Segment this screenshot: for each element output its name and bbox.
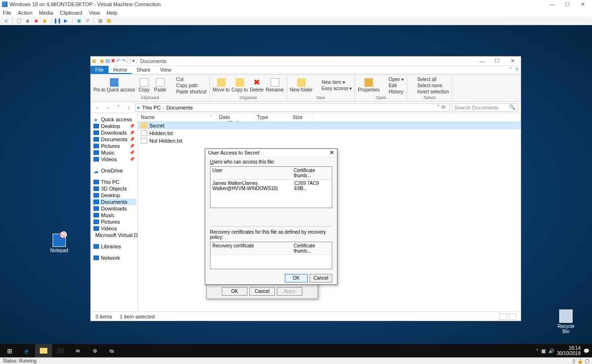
start-button[interactable]: ⊞ — [1, 344, 18, 357]
search-input[interactable]: Search Documents 🔍 — [452, 103, 518, 112]
newitem-button[interactable]: New item ▾ — [314, 79, 352, 85]
nav-downloads2[interactable]: Downloads — [91, 205, 137, 212]
delete-button[interactable]: ✖Delete — [250, 78, 264, 92]
pin-quickaccess-button[interactable]: Pin to Quick access — [93, 78, 135, 92]
copy-button[interactable]: Copy — [137, 78, 151, 92]
nav-music[interactable]: Music📌 — [91, 149, 137, 156]
start-icon[interactable]: ◯ — [16, 18, 22, 24]
explorer-titlebar[interactable]: ▣ | ▣ ▤ ✖ ↶ ↷ ▢ ▾ | Documents — ☐ ✕ — [91, 56, 521, 66]
taskbar-store[interactable]: 🛍 — [103, 344, 120, 357]
checkpoint-icon[interactable]: ▣ — [75, 18, 82, 24]
nav-documents[interactable]: Documents📌 — [91, 136, 137, 143]
taskbar-settings[interactable]: ⚙ — [86, 344, 103, 357]
col-cert[interactable]: Certificate thumb... — [292, 167, 332, 179]
open-button[interactable]: Open ▾ — [382, 76, 404, 82]
view-details-button[interactable] — [499, 313, 507, 320]
nav-desktop[interactable]: Desktop📌 — [91, 123, 137, 129]
nav-videos[interactable]: Videos📌 — [91, 156, 137, 163]
nav-music2[interactable]: Music — [91, 212, 137, 218]
nav-libraries[interactable]: Libraries — [91, 243, 137, 250]
col-date[interactable]: Date modified — [216, 113, 254, 121]
tray-chevron-icon[interactable]: ˄ — [536, 348, 538, 354]
back-button[interactable]: ← — [93, 103, 102, 112]
props-ok-button[interactable]: OK — [222, 287, 247, 296]
properties-button[interactable]: Properties — [358, 78, 380, 92]
menu-view[interactable]: View — [89, 10, 100, 16]
copypath-button[interactable]: Copy path — [169, 82, 207, 88]
access-cancel-button[interactable]: Cancel — [310, 274, 332, 282]
edit-button[interactable]: Edit — [382, 82, 404, 88]
explorer-maximize-button[interactable]: ☐ — [490, 58, 505, 64]
tab-file[interactable]: File — [91, 66, 109, 74]
invertselection-button[interactable]: Invert selection — [410, 89, 449, 94]
host-maximize-button[interactable]: ☐ — [560, 1, 575, 8]
dialog-close-button[interactable]: ✕ — [329, 149, 334, 156]
tray-notifications-icon[interactable]: 💬 — [583, 348, 589, 354]
breadcrumb[interactable]: This PC — [142, 105, 161, 110]
copyto-button[interactable]: Copy to — [231, 78, 247, 92]
nav-pictures[interactable]: Pictures📌 — [91, 143, 137, 149]
address-bar[interactable]: ▸ This PC › Documents ˅ ⟳ — [135, 103, 450, 112]
moveto-button[interactable]: Move to — [213, 78, 230, 92]
reset-icon[interactable]: ▶ — [63, 18, 69, 24]
share-icon[interactable]: ▦ — [105, 18, 112, 24]
props-cancel-button[interactable]: Cancel — [249, 287, 275, 296]
col-user[interactable]: User — [210, 167, 292, 179]
tab-home[interactable]: Home — [109, 66, 132, 74]
newfolder-button[interactable]: New folder — [290, 78, 313, 92]
list-item[interactable]: James Walker(James Walker@HVVM-WINDOWS10… — [210, 180, 332, 192]
desktop-icon-notepad[interactable]: Notepad — [47, 234, 71, 253]
nav-downloads[interactable]: Downloads📌 — [91, 129, 137, 136]
pasteshortcut-button[interactable]: Paste shortcut — [169, 89, 207, 94]
qat-icon[interactable]: ▤ — [105, 58, 110, 64]
dialog-titlebar[interactable]: User Access to Secret ✕ — [205, 149, 337, 156]
host-close-button[interactable]: ✕ — [575, 1, 590, 8]
recovery-listbox[interactable]: Recovery certificate Certificate thumb..… — [210, 242, 332, 269]
nav-network[interactable]: Network — [91, 255, 137, 261]
save-icon[interactable]: ◉ — [41, 18, 48, 24]
up-button[interactable]: ↑ — [125, 103, 133, 112]
shutdown-icon[interactable]: ◉ — [33, 18, 39, 24]
rename-button[interactable]: Rename — [266, 78, 284, 92]
qat-dropdown-icon[interactable]: ▾ — [132, 58, 135, 64]
nav-onedrive[interactable]: ☁OneDrive — [91, 167, 137, 174]
explorer-minimize-button[interactable]: — — [474, 58, 490, 64]
menu-file[interactable]: File — [3, 10, 11, 16]
col-type[interactable]: Type — [254, 113, 290, 121]
users-listbox[interactable]: User Certificate thumb... James Walker(J… — [210, 166, 332, 208]
nav-msvirtual[interactable]: Microsoft Virtual Di — [91, 232, 137, 238]
nav-pictures2[interactable]: Pictures — [91, 218, 137, 225]
ctrlaltdel-icon[interactable]: ⎚ — [3, 18, 9, 24]
tray-volume-icon[interactable]: 🔊 — [548, 348, 554, 354]
easyaccess-button[interactable]: Easy access ▾ — [314, 85, 352, 91]
taskbar-terminal[interactable] — [52, 344, 69, 357]
qat-icon[interactable]: ▣ — [100, 58, 104, 64]
file-row[interactable]: Not Hidden.txt — [138, 137, 521, 145]
tray-network-icon[interactable]: ▦ — [541, 348, 546, 354]
menu-help[interactable]: Help — [107, 10, 118, 16]
chevron-down-icon[interactable]: ˅ — [437, 104, 440, 110]
col-recovery[interactable]: Recovery certificate — [210, 242, 292, 255]
ribbon-help-icon[interactable]: ? — [515, 67, 518, 73]
pause-icon[interactable]: ❚❚ — [54, 18, 61, 24]
qat-delete-icon[interactable]: ✖ — [111, 58, 115, 64]
selectnone-button[interactable]: Select none — [410, 82, 449, 88]
recent-button[interactable]: ˅ — [114, 103, 123, 112]
nav-thispc[interactable]: This PC — [91, 179, 137, 185]
refresh-icon[interactable]: ⟳ — [441, 104, 446, 110]
col-name[interactable]: Name ˄ — [138, 113, 216, 121]
nav-quickaccess[interactable]: ★Quick access — [91, 116, 137, 123]
file-row[interactable]: Secret — [138, 122, 521, 129]
tab-view[interactable]: View — [155, 66, 176, 74]
cut-button[interactable]: Cut — [169, 76, 207, 82]
ribbon-collapse-icon[interactable]: ˄ — [510, 67, 512, 73]
host-minimize-button[interactable]: — — [545, 1, 560, 7]
taskbar-edge[interactable]: e — [18, 344, 35, 357]
qat-redo-icon[interactable]: ↷ — [121, 58, 126, 64]
nav-documents2[interactable]: Documents — [91, 199, 137, 205]
nav-3dobjects[interactable]: 3D Objects — [91, 185, 137, 192]
paste-button[interactable]: Paste — [153, 78, 167, 92]
desktop-icon-recyclebin[interactable]: Recycle Bin — [554, 309, 578, 334]
tray-clock[interactable]: 16:14 30/10/2018 — [557, 346, 581, 356]
menu-media[interactable]: Media — [39, 10, 53, 16]
